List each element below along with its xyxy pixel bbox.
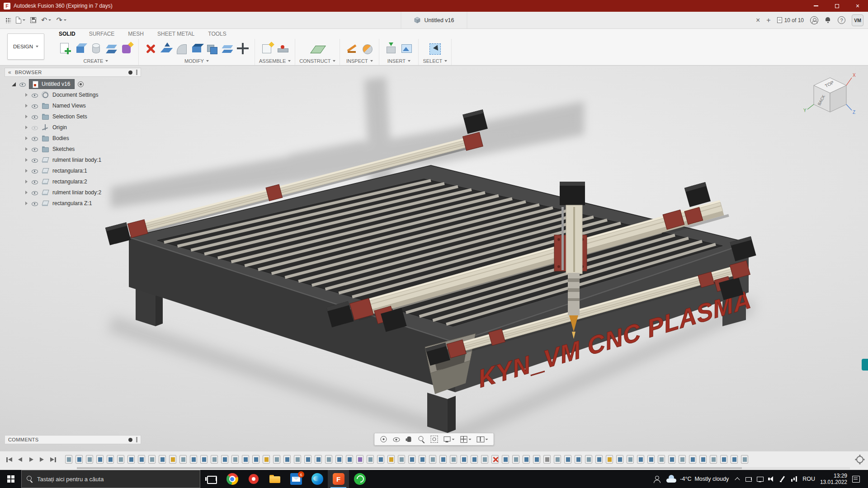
timeline-extrude-icon[interactable] [731, 455, 738, 464]
fillet-icon[interactable] [175, 42, 188, 56]
expand-caret-icon[interactable] [25, 158, 28, 162]
taskbar-app-mail[interactable]: 6 [285, 470, 307, 488]
timeline-extrude-icon[interactable] [252, 455, 259, 464]
timeline-extrude-icon[interactable] [315, 455, 322, 464]
expand-caret-icon[interactable] [25, 115, 28, 118]
timeline-extrude-icon[interactable] [689, 455, 696, 464]
navbar-fit-button[interactable] [428, 434, 441, 444]
file-menu-button[interactable] [14, 14, 28, 27]
save-button[interactable] [28, 14, 38, 27]
revolve-icon[interactable] [89, 42, 103, 56]
help-icon[interactable]: ? [838, 16, 845, 24]
navbar-grid-display-button[interactable] [458, 434, 474, 444]
timeline-sketch-icon[interactable] [231, 455, 239, 464]
timeline-extrude-icon[interactable] [523, 455, 530, 464]
taskbar-clock[interactable]: 13:29 13.01.2022 [820, 473, 847, 486]
ribbon-tab-sheet-metal[interactable]: SHEET METAL [157, 31, 194, 37]
user-avatar[interactable]: VM [852, 14, 863, 26]
timeline-extrude-icon[interactable] [127, 455, 135, 464]
taskbar-app-task-view[interactable] [200, 470, 222, 488]
browser-header[interactable]: « BROWSER [5, 68, 141, 77]
step-back-icon[interactable] [15, 454, 25, 465]
timeline-extrude-icon[interactable] [533, 455, 540, 464]
go-to-end-icon[interactable] [48, 454, 58, 465]
comments-resize-handle[interactable] [136, 437, 137, 442]
extrude-icon[interactable] [74, 42, 87, 56]
timeline-sketch-icon[interactable] [86, 455, 93, 464]
timeline-sketch-icon[interactable] [211, 455, 218, 464]
timeline-extrude-icon[interactable] [575, 455, 582, 464]
section-analysis-icon[interactable] [360, 42, 374, 56]
browser-resize-handle[interactable] [136, 70, 137, 75]
timeline-extrude-icon[interactable] [408, 455, 415, 464]
visibility-eye-icon[interactable] [31, 135, 38, 142]
ribbon-tab-mesh[interactable]: MESH [128, 31, 144, 37]
create-form-icon[interactable] [120, 42, 133, 56]
titlebar[interactable]: F Autodesk Fusion 360 (Expiring in 7 day… [0, 0, 868, 12]
browser-item-sketches[interactable]: Sketches [5, 144, 141, 155]
timeline-extrude-icon[interactable] [335, 455, 343, 464]
insert-derive-icon[interactable] [384, 42, 398, 56]
visibility-eye-icon[interactable] [31, 92, 38, 99]
timeline-extrude-icon[interactable] [720, 455, 727, 464]
expand-caret-icon[interactable] [25, 93, 28, 97]
timeline-scrollbar[interactable] [77, 467, 850, 469]
timeline-extrude-icon[interactable] [96, 455, 104, 464]
ribbon-group-label-select[interactable]: SELECT [423, 58, 447, 64]
visibility-eye-icon[interactable] [31, 124, 38, 131]
side-panel-tab[interactable] [862, 359, 868, 371]
timeline-sketch-icon[interactable] [179, 455, 187, 464]
ribbon-tab-tools[interactable]: TOOLS [208, 31, 226, 37]
timeline-pattern-icon[interactable] [356, 455, 363, 464]
expand-caret-icon[interactable] [25, 191, 28, 194]
navbar-viewports-button[interactable] [474, 434, 491, 444]
navbar-display-settings-button[interactable] [441, 434, 458, 444]
timeline-extrude-icon[interactable] [699, 455, 707, 464]
close-tab-icon[interactable]: × [756, 17, 760, 24]
timeline-extrude-icon[interactable] [419, 455, 426, 464]
taskbar-app-fusion-360[interactable] [328, 470, 349, 488]
timeline-sketch-icon[interactable] [710, 455, 717, 464]
visibility-eye-icon[interactable] [31, 200, 38, 207]
visibility-eye-icon[interactable] [31, 146, 38, 153]
battery-icon[interactable] [745, 475, 752, 483]
apps-grid-button[interactable] [3, 14, 13, 27]
chevron-up-icon[interactable] [734, 475, 741, 483]
timeline-extrude-icon[interactable] [502, 455, 509, 464]
new-sketch-icon[interactable] [58, 42, 72, 56]
timeline-sketch-icon[interactable] [367, 455, 374, 464]
people-icon[interactable] [653, 475, 661, 483]
start-button[interactable] [0, 470, 21, 488]
go-to-start-icon[interactable] [5, 454, 14, 465]
timeline-sketch-icon[interactable] [325, 455, 332, 464]
timeline-extrude-icon[interactable] [283, 455, 291, 464]
timeline-error-icon[interactable] [491, 455, 499, 464]
timeline-sketch-icon[interactable] [481, 455, 488, 464]
timeline-component-icon[interactable] [606, 455, 613, 464]
expand-caret-icon[interactable] [25, 126, 28, 129]
new-component-icon[interactable] [260, 42, 274, 56]
timeline-extrude-icon[interactable] [595, 455, 603, 464]
timeline-extrude-icon[interactable] [377, 455, 384, 464]
joint-icon[interactable] [276, 42, 289, 56]
viewport-canvas[interactable]: KYN_VM CNC PLASMA [0, 66, 868, 451]
timeline-sketch-icon[interactable] [148, 455, 156, 464]
taskbar-app-whatsapp[interactable] [349, 470, 370, 488]
timeline-component-icon[interactable] [387, 455, 395, 464]
comments-header[interactable]: COMMENTS [5, 435, 141, 444]
browser-item-origin[interactable]: Origin [5, 122, 141, 133]
timeline-extrude-icon[interactable] [647, 455, 655, 464]
ribbon-group-label-assemble[interactable]: ASSEMBLE [259, 58, 291, 64]
timeline-extrude-icon[interactable] [75, 455, 83, 464]
timeline-component-icon[interactable] [169, 455, 176, 464]
move-copy-icon[interactable] [236, 42, 250, 56]
browser-item-rulment-liniar-body-2[interactable]: rulment liniar body:2 [5, 187, 141, 198]
timeline-sketch-icon[interactable] [117, 455, 124, 464]
timeline-extrude-icon[interactable] [159, 455, 166, 464]
language-indicator[interactable]: ROU [802, 476, 815, 482]
navbar-orbit-button[interactable] [377, 434, 390, 444]
loft-icon[interactable] [104, 42, 118, 56]
timeline-extrude-icon[interactable] [616, 455, 623, 464]
timeline-extrude-icon[interactable] [190, 455, 197, 464]
volume-mute-icon[interactable] [768, 475, 775, 483]
